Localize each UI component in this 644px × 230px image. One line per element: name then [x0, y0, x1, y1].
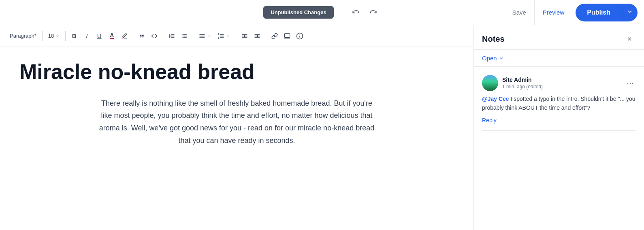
- outdent-button[interactable]: [251, 30, 263, 42]
- list-group: [166, 30, 190, 42]
- text-align-selector[interactable]: [196, 30, 214, 42]
- undo-button[interactable]: [348, 5, 363, 20]
- note-body: @Jay Cee I spotted a typo in the intro. …: [482, 94, 636, 113]
- svg-point-8: [182, 37, 183, 38]
- article-title[interactable]: Miracle no-knead bread: [19, 60, 454, 84]
- info-button[interactable]: [294, 30, 306, 42]
- toolbar-separator-2: [65, 31, 66, 41]
- notes-panel: Notes × Open Site Admin 1 min. a: [474, 25, 644, 230]
- paragraph-group: Paragraph*: [6, 30, 40, 42]
- note-mention: @Jay Cee: [482, 96, 509, 102]
- unordered-list-button[interactable]: [178, 30, 190, 42]
- paragraph-style-selector[interactable]: Paragraph*: [6, 30, 40, 42]
- article-body[interactable]: There really is nothing like the smell o…: [99, 97, 375, 147]
- undo-redo-group: [348, 5, 381, 20]
- main-layout: Paragraph* 18 B I U A: [0, 25, 644, 230]
- insert-group: [136, 30, 160, 42]
- link-button[interactable]: [269, 30, 281, 42]
- unpublished-badge: Unpublished Changes: [263, 6, 333, 19]
- svg-point-7: [182, 36, 183, 36]
- ordered-list-button[interactable]: [166, 30, 178, 42]
- reply-button[interactable]: Reply: [482, 117, 497, 124]
- toolbar-separator-4: [163, 31, 163, 41]
- note-menu-button[interactable]: ⋯: [625, 77, 636, 89]
- text-format-group: B I U A: [68, 30, 130, 42]
- line-height-selector[interactable]: [215, 30, 233, 42]
- notes-filter-bar: Open: [474, 50, 644, 67]
- indent-button[interactable]: [239, 30, 251, 42]
- bold-button[interactable]: B: [68, 30, 80, 42]
- note-author-info: Site Admin 1 min. ago (edited): [482, 75, 543, 91]
- note-author: Site Admin: [502, 77, 543, 83]
- save-button[interactable]: Save: [504, 0, 534, 25]
- blockquote-button[interactable]: [136, 30, 148, 42]
- top-bar-actions: Save Preview Publish: [504, 0, 644, 25]
- publish-dropdown-button[interactable]: [622, 4, 638, 21]
- font-size-selector[interactable]: 18: [45, 30, 63, 42]
- indent-group: [239, 30, 263, 42]
- notes-content: Site Admin 1 min. ago (edited) ⋯ @Jay Ce…: [474, 67, 644, 230]
- publish-group: Publish: [576, 4, 638, 21]
- font-size-group: 18: [45, 30, 63, 42]
- highlight-button[interactable]: [118, 30, 130, 42]
- toolbar-separator-7: [266, 31, 266, 41]
- italic-button[interactable]: I: [81, 30, 93, 42]
- publish-button[interactable]: Publish: [576, 4, 622, 21]
- toolbar-separator-1: [42, 31, 43, 41]
- note-divider: [482, 130, 636, 131]
- note-item: Site Admin 1 min. ago (edited) ⋯ @Jay Ce…: [482, 75, 636, 124]
- align-group: [196, 30, 233, 42]
- preview-button[interactable]: Preview: [534, 0, 572, 25]
- editor-content[interactable]: Miracle no-knead bread There really is n…: [0, 47, 473, 230]
- redo-button[interactable]: [366, 5, 381, 20]
- avatar: [482, 75, 498, 91]
- text-color-button[interactable]: A: [106, 30, 118, 42]
- embed-button[interactable]: [281, 30, 293, 42]
- notes-header: Notes ×: [474, 25, 644, 50]
- toolbar-separator-6: [236, 31, 236, 41]
- toolbar-separator-5: [193, 31, 193, 41]
- top-bar-center: Unpublished Changes: [263, 5, 380, 20]
- editor-area: Paragraph* 18 B I U A: [0, 25, 474, 230]
- close-notes-button[interactable]: ×: [623, 32, 636, 45]
- note-time: 1 min. ago (edited): [502, 84, 543, 89]
- note-meta: Site Admin 1 min. ago (edited): [502, 77, 543, 89]
- note-header: Site Admin 1 min. ago (edited) ⋯: [482, 75, 636, 91]
- top-bar: Unpublished Changes Save Preview Publish: [0, 0, 644, 25]
- link-group: [269, 30, 306, 42]
- toolbar-separator-3: [133, 31, 133, 41]
- code-button[interactable]: [148, 30, 160, 42]
- notes-filter-button[interactable]: Open: [482, 55, 504, 62]
- editor-toolbar: Paragraph* 18 B I U A: [0, 25, 473, 47]
- underline-button[interactable]: U: [93, 30, 105, 42]
- notes-title: Notes: [482, 34, 505, 44]
- svg-point-6: [182, 34, 183, 35]
- svg-rect-21: [285, 34, 290, 37]
